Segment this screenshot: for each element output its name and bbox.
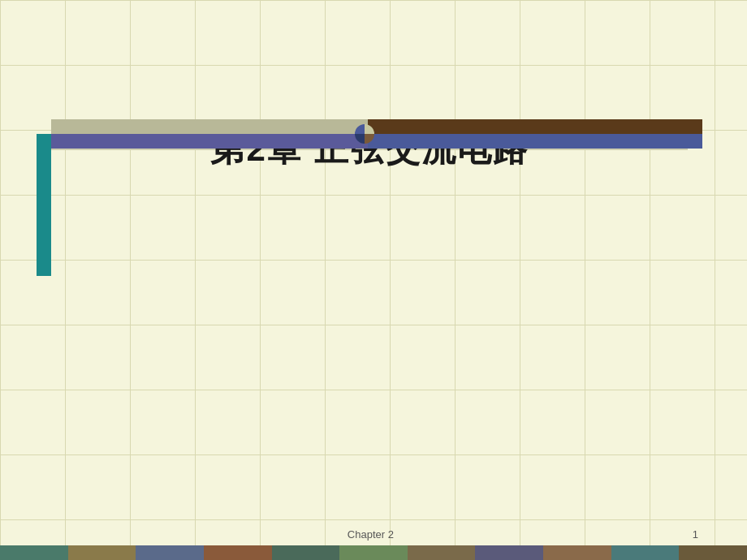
teal-border: [37, 134, 51, 276]
strip-segment-11: [679, 545, 747, 560]
strip-segment-4: [204, 545, 272, 560]
pie-icon: [353, 123, 376, 145]
purple-top-bar: [51, 134, 368, 149]
footer-chapter-label: Chapter 2: [49, 528, 693, 541]
tan-bottom-bar: [51, 119, 368, 134]
strip-segment-8: [475, 545, 543, 560]
strip-segment-2: [68, 545, 136, 560]
brown-bottom-bar: [368, 119, 702, 134]
grid-background: [0, 0, 747, 560]
strip-segment-7: [408, 545, 476, 560]
strip-segment-5: [272, 545, 340, 560]
bottom-color-strip: [0, 545, 747, 560]
strip-segment-10: [611, 545, 680, 560]
strip-segment-6: [339, 545, 408, 560]
footer-page-number: 1: [693, 528, 698, 541]
strip-segment-3: [136, 545, 204, 560]
blue-top-right-bar: [368, 134, 702, 149]
title-white-box: 第2章 正弦交流电路: [51, 149, 688, 150]
strip-segment-1: [0, 545, 68, 560]
footer: Chapter 2 1: [0, 528, 747, 541]
strip-segment-9: [543, 545, 611, 560]
slide: 第2章 正弦交流电路 Chapter 2 1: [0, 0, 747, 560]
